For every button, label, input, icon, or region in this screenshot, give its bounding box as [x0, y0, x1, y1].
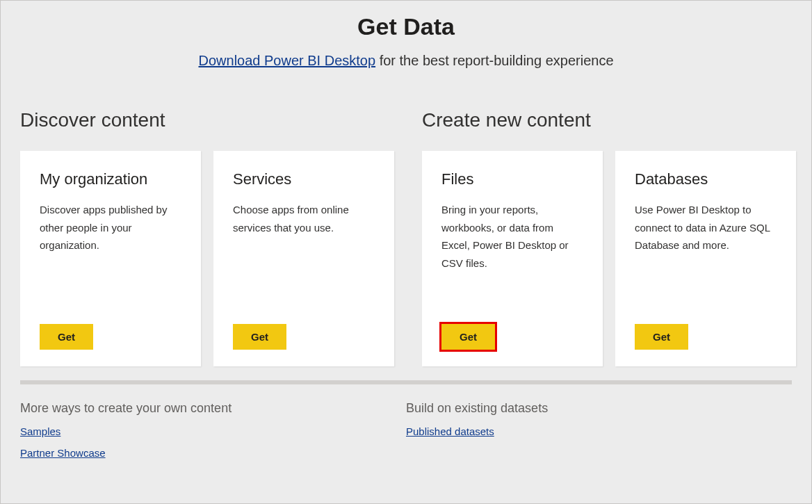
card-files: Files Bring in your reports, workbooks, …: [422, 151, 603, 366]
card-my-organization: My organization Discover apps published …: [20, 151, 201, 366]
published-datasets-link[interactable]: Published datasets: [406, 425, 494, 437]
get-button-services[interactable]: Get: [233, 324, 286, 350]
card-desc: Discover apps published by other people …: [40, 201, 181, 324]
subheading-rest: for the best report-building experience: [375, 53, 613, 68]
card-desc: Use Power BI Desktop to connect to data …: [635, 201, 777, 324]
get-button-org[interactable]: Get: [40, 324, 93, 350]
card-desc: Choose apps from online services that yo…: [233, 201, 375, 324]
card-title: Services: [233, 170, 375, 188]
footer-more-heading: More ways to create your own content: [20, 401, 406, 416]
card-title: Files: [441, 170, 583, 188]
card-services: Services Choose apps from online service…: [213, 151, 394, 366]
subheading: Download Power BI Desktop for the best r…: [20, 53, 792, 69]
partner-showcase-link[interactable]: Partner Showcase: [20, 447, 106, 459]
download-link[interactable]: Download Power BI Desktop: [199, 53, 376, 68]
horizontal-divider: [20, 380, 792, 384]
card-title: My organization: [40, 170, 181, 188]
samples-link[interactable]: Samples: [20, 425, 60, 437]
get-button-databases[interactable]: Get: [635, 324, 688, 350]
footer-build-heading: Build on existing datasets: [406, 401, 792, 416]
card-databases: Databases Use Power BI Desktop to connec…: [615, 151, 796, 366]
card-desc: Bring in your reports, workbooks, or dat…: [441, 201, 583, 324]
card-title: Databases: [635, 170, 777, 188]
section-create-title: Create new content: [422, 109, 796, 131]
section-discover-title: Discover content: [20, 109, 394, 131]
get-button-files[interactable]: Get: [441, 324, 495, 350]
page-title: Get Data: [20, 13, 792, 40]
